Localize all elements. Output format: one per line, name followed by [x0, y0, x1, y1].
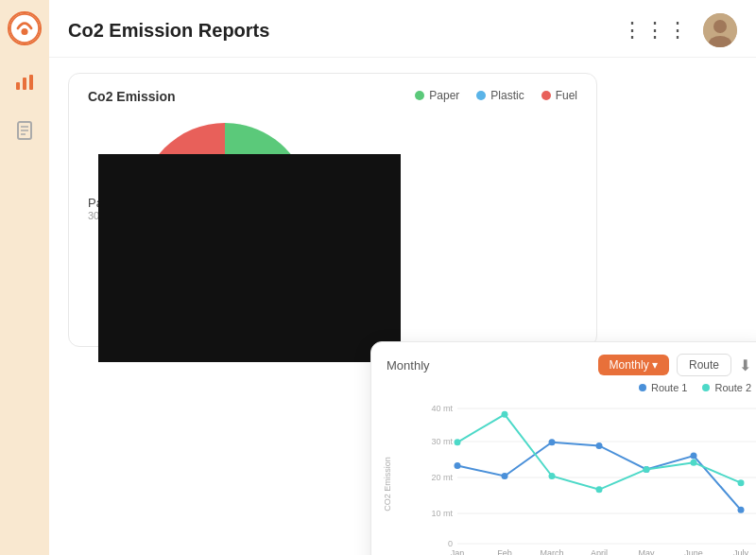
route1-label: Route 1 [651, 382, 688, 393]
route2-label: Route 2 [714, 382, 751, 393]
paper-dot [415, 91, 424, 100]
svg-text:10 mt: 10 mt [431, 509, 453, 518]
content-area: Co2 Emission Paper Plastic Fuel [49, 58, 756, 362]
svg-text:March: March [540, 548, 563, 555]
plastic-label: Plastic [490, 89, 524, 102]
black-overlay [98, 154, 401, 362]
route2-line [457, 414, 741, 490]
route2-point-apr [596, 486, 603, 493]
svg-text:June: June [684, 548, 703, 555]
legend-paper: Paper [415, 89, 459, 102]
fuel-label: Fuel [556, 89, 577, 102]
svg-text:Feb: Feb [497, 548, 512, 555]
svg-rect-4 [29, 75, 33, 90]
plastic-dot [476, 91, 486, 100]
sidebar-item-document[interactable] [11, 117, 38, 144]
svg-text:40 mt: 40 mt [431, 404, 453, 413]
grid-icon[interactable]: ⋮⋮⋮ [622, 18, 690, 43]
svg-rect-2 [16, 82, 20, 90]
sidebar [0, 0, 49, 555]
pie-legend: Paper Plastic Fuel [415, 89, 577, 102]
svg-point-10 [713, 20, 727, 33]
svg-rect-3 [23, 78, 26, 90]
route2-dot [702, 384, 710, 391]
route-button[interactable]: Route [677, 354, 731, 376]
route1-point-jul [738, 507, 745, 513]
chart-wrap: CO2 Emission 40 mt 30 mt 20 mt 10 mt 0 [387, 397, 751, 555]
fuel-dot [541, 91, 551, 100]
route2-point-mar [549, 473, 556, 479]
main-content: Co2 Emission Reports ⋮⋮⋮ Co2 Emission Pa [49, 0, 756, 555]
route1-line [457, 442, 741, 511]
monthly-button[interactable]: Monthly ▾ [598, 355, 669, 375]
route2-legend: Route 2 [702, 382, 751, 393]
route1-point-mar [549, 439, 556, 445]
route2-point-jan [455, 439, 461, 445]
paper-label: Paper [429, 89, 459, 102]
route1-legend: Route 1 [639, 382, 688, 393]
svg-text:30 mt: 30 mt [431, 437, 453, 446]
y-axis-label: CO2 Emission [383, 457, 392, 512]
download-icon[interactable]: ⬇ [739, 356, 751, 374]
route2-point-jun [691, 460, 697, 466]
line-card-controls: Monthly ▾ Route ⬇ [598, 354, 751, 376]
legend-fuel: Fuel [541, 89, 577, 102]
route1-point-jan [455, 462, 461, 469]
svg-text:0: 0 [448, 539, 453, 548]
route1-dot [639, 384, 646, 391]
svg-text:Jan: Jan [451, 548, 465, 555]
route2-point-may [644, 466, 650, 473]
avatar[interactable] [703, 13, 737, 47]
route2-point-jul [738, 479, 745, 486]
route1-point-feb [502, 473, 508, 479]
line-chart-card: Monthly Monthly ▾ Route ⬇ Route 1 Route … [370, 341, 756, 555]
svg-text:20 mt: 20 mt [431, 473, 453, 482]
line-card-header: Monthly Monthly ▾ Route ⬇ [387, 354, 751, 376]
page-title: Co2 Emission Reports [68, 20, 269, 42]
sidebar-logo[interactable] [8, 11, 42, 45]
svg-point-1 [21, 28, 27, 35]
svg-text:May: May [638, 548, 655, 555]
route1-point-jun [691, 453, 697, 460]
line-legend: Route 1 Route 2 [387, 382, 751, 393]
line-chart-title: Monthly [387, 358, 430, 373]
line-chart-svg: 40 mt 30 mt 20 mt 10 mt 0 Jan Feb March [424, 397, 756, 555]
route2-point-feb [502, 411, 508, 418]
route1-point-apr [596, 442, 603, 449]
header: Co2 Emission Reports ⋮⋮⋮ [49, 0, 756, 58]
svg-text:April: April [591, 548, 608, 555]
legend-plastic: Plastic [476, 89, 524, 102]
header-right: ⋮⋮⋮ [622, 13, 737, 47]
sidebar-item-chart[interactable] [11, 68, 38, 95]
svg-text:July: July [733, 548, 749, 555]
